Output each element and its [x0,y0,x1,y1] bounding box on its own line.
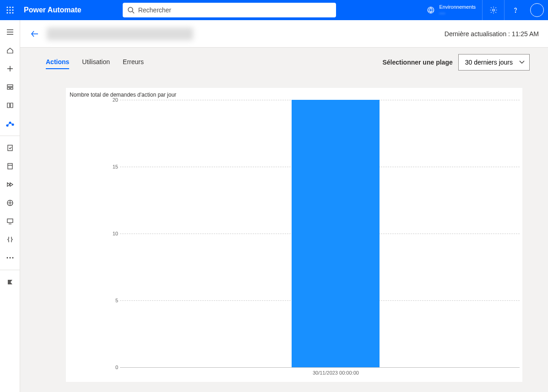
svg-point-9 [128,7,133,12]
environment-picker[interactable]: Environnements — [420,0,483,20]
app-launcher-button[interactable] [0,0,20,20]
svg-point-6 [6,12,8,13]
chart-card: Nombre total de demandes d'action par jo… [66,88,522,382]
y-tick: 5 [115,298,118,303]
svg-rect-20 [7,85,13,87]
svg-rect-22 [11,87,13,89]
nav-myflows[interactable] [0,114,20,133]
nav-separator [0,136,20,136]
y-tick: 10 [113,231,118,236]
nav-ai[interactable] [0,194,20,212]
chart-plot: 20 15 10 5 0 30/11/2023 00:00:00 [75,100,520,367]
tab-usage[interactable]: Utilisation [82,55,110,69]
y-tick: 15 [113,164,118,169]
home-icon [6,47,14,54]
avatar [530,3,544,17]
range-selector[interactable]: 30 derniers jours [458,54,530,71]
flow-icon [6,120,14,127]
approvals-icon [6,144,14,152]
connectors-icon [6,236,14,243]
account-button[interactable] [526,0,548,20]
svg-point-0 [6,6,8,8]
svg-rect-21 [7,87,10,89]
svg-point-14 [515,12,515,12]
back-arrow-icon [30,29,39,38]
plot-area: 30/11/2023 00:00:00 [120,100,520,367]
ai-icon [6,199,14,207]
title-bar: Dernière actualisation : 11:25 AM [20,20,548,48]
nav-solutions[interactable] [0,157,20,175]
search-icon [127,6,135,14]
svg-point-5 [12,9,13,11]
back-button[interactable] [26,25,44,43]
book-icon [6,102,14,109]
svg-point-4 [9,9,11,11]
chevron-down-icon [519,60,525,64]
nav-separator-2 [0,270,20,270]
desktop-icon [6,218,14,225]
tabs: Actions Utilisation Erreurs [46,55,144,69]
chart-bar [292,100,380,367]
app-name: Power Automate [24,6,81,14]
search-box[interactable] [123,3,336,17]
svg-rect-30 [7,219,13,223]
svg-point-8 [12,12,13,13]
chart-title: Nombre total de demandes d'action par jo… [66,88,522,98]
nav-hamburger[interactable] [0,23,20,41]
left-nav [0,20,20,392]
svg-point-32 [6,257,8,259]
nav-connectors[interactable] [0,230,20,249]
ellipsis-icon [6,257,14,259]
gear-icon [489,6,498,14]
nav-create[interactable] [0,60,20,78]
tab-errors[interactable]: Erreurs [123,55,144,69]
y-tick: 0 [115,365,118,370]
nav-home[interactable] [0,41,20,60]
tab-actions[interactable]: Actions [46,55,69,69]
environment-icon [427,6,435,14]
solutions-icon [6,163,14,170]
page-title [47,27,193,40]
nav-learn[interactable] [0,96,20,114]
powerplatform-icon [6,278,14,286]
templates-icon [6,83,14,91]
svg-point-13 [492,9,494,11]
environment-value: — [439,10,476,16]
nav-process[interactable] [0,175,20,194]
last-refresh: Dernière actualisation : 11:25 AM [445,30,539,38]
hamburger-icon [6,28,14,36]
help-button[interactable] [504,0,526,20]
search-input[interactable] [138,6,331,14]
svg-rect-27 [8,163,12,169]
topbar: Power Automate Environnements — [0,0,548,20]
svg-line-10 [132,11,134,13]
nav-more[interactable] [0,249,20,267]
process-icon [6,181,14,188]
range-selected: 30 derniers jours [465,59,513,66]
plus-icon [6,65,14,72]
waffle-icon [6,6,14,14]
sub-bar: Actions Utilisation Erreurs Sélectionner… [20,48,548,75]
nav-templates[interactable] [0,78,20,96]
nav-desktop[interactable] [0,212,20,230]
svg-point-1 [9,6,11,8]
nav-powerplatform[interactable] [0,273,20,291]
svg-point-3 [6,9,8,11]
y-axis: 20 15 10 5 0 [75,100,120,367]
page: Dernière actualisation : 11:25 AM Action… [20,20,548,392]
x-axis-line [120,367,520,368]
x-tick: 30/11/2023 00:00:00 [313,370,359,376]
svg-point-34 [12,257,13,259]
svg-rect-26 [8,145,12,151]
svg-point-33 [9,257,11,259]
settings-button[interactable] [482,0,504,20]
nav-approvals[interactable] [0,139,20,157]
help-icon [511,6,520,14]
y-tick: 20 [113,97,118,103]
range-label: Sélectionner une plage [382,59,452,66]
svg-point-2 [12,6,13,8]
svg-point-7 [9,12,11,13]
environment-label: Environnements [439,4,476,10]
